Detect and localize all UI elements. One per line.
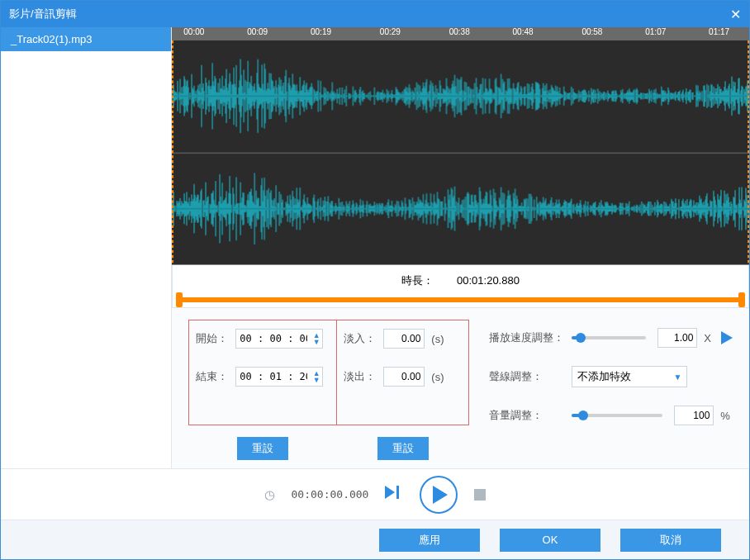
speed-label: 播放速度調整：: [489, 330, 565, 345]
time-tick: 00:09: [247, 27, 268, 36]
fade-out-row: 淡出： (s): [344, 367, 462, 387]
goto-end-icon[interactable]: [385, 486, 403, 503]
waveform-display[interactable]: [172, 40, 749, 265]
start-time-row: 開始： ▲▼: [196, 329, 330, 349]
cancel-button[interactable]: 取消: [620, 529, 721, 552]
fade-out-suffix: (s): [431, 371, 444, 383]
time-tick: 00:29: [380, 27, 401, 36]
time-tick: 00:19: [311, 27, 331, 36]
svg-marker-0: [385, 486, 395, 499]
time-tick: 00:58: [581, 27, 602, 36]
spinner-arrows-icon[interactable]: ▲▼: [311, 332, 322, 345]
reset-fade-button[interactable]: 重設: [377, 437, 429, 460]
reset-time-button[interactable]: 重設: [237, 437, 288, 460]
sound-label: 聲線調整：: [489, 369, 565, 384]
sound-effect-value: 不添加特效: [577, 369, 631, 384]
volume-label: 音量調整：: [489, 408, 565, 423]
preview-play-icon[interactable]: [721, 331, 733, 344]
effect-controls-group: 播放速度調整： X 聲線調整： 不添加特效 ▼: [469, 320, 733, 425]
volume-row: 音量調整： %: [489, 406, 733, 425]
time-tick: 00:38: [449, 27, 470, 36]
start-time-input[interactable]: [236, 331, 311, 346]
sound-effect-select[interactable]: 不添加特效 ▼: [572, 366, 687, 387]
apply-button[interactable]: 應用: [379, 529, 480, 552]
fade-out-input[interactable]: [383, 367, 425, 387]
stop-button[interactable]: [474, 489, 486, 501]
time-tick: 00:48: [513, 27, 534, 36]
duration-label: 時長：: [401, 274, 434, 287]
titlebar: 影片/音訊剪輯 ✕: [1, 1, 749, 27]
sound-effect-row: 聲線調整： 不添加特效 ▼: [489, 366, 733, 387]
speed-row: 播放速度調整： X: [489, 328, 733, 348]
end-time-spinner[interactable]: ▲▼: [235, 367, 323, 387]
speed-slider[interactable]: [572, 336, 646, 339]
close-icon[interactable]: ✕: [730, 7, 741, 22]
trim-handle-right[interactable]: [738, 292, 745, 307]
duration-value: 00:01:20.880: [457, 274, 520, 287]
trim-range-bar[interactable]: [178, 297, 743, 302]
start-label: 開始：: [196, 331, 229, 346]
trim-handle-left[interactable]: [176, 292, 183, 307]
play-icon: [433, 486, 448, 504]
timeline[interactable]: 00:00 00:09 00:19 00:29 00:38 00:48 00:5…: [172, 27, 749, 40]
duration-row: 時長： 00:01:20.880: [173, 273, 748, 288]
svg-rect-1: [396, 486, 399, 499]
controls-area: 開始： ▲▼ 結束： ▲▼: [172, 308, 749, 468]
start-time-spinner[interactable]: ▲▼: [235, 329, 323, 349]
volume-suffix: %: [720, 410, 730, 422]
time-controls-group: 開始： ▲▼ 結束： ▲▼: [188, 320, 337, 425]
speed-input[interactable]: [657, 328, 697, 348]
end-time-row: 結束： ▲▼: [196, 367, 330, 387]
volume-input[interactable]: [674, 406, 714, 425]
time-tick: 01:07: [645, 27, 666, 36]
end-time-input[interactable]: [236, 369, 311, 384]
volume-slider[interactable]: [572, 414, 662, 417]
clock-icon: ◷: [264, 487, 275, 502]
player-time: 00:00:00.000: [292, 488, 369, 501]
time-tick: 01:17: [709, 27, 729, 36]
fade-out-label: 淡出：: [344, 369, 377, 384]
chevron-down-icon: ▼: [673, 373, 681, 382]
file-sidebar: _Track02(1).mp3: [1, 27, 172, 468]
spinner-arrows-icon[interactable]: ▲▼: [311, 370, 322, 383]
main-row: _Track02(1).mp3 00:00 00:09 00:19 00:29 …: [1, 27, 749, 468]
fade-in-label: 淡入：: [344, 331, 377, 346]
fade-in-input[interactable]: [383, 329, 425, 349]
time-tick: 00:00: [183, 27, 204, 36]
fade-in-suffix: (s): [431, 333, 444, 345]
editor-window: 影片/音訊剪輯 ✕ _Track02(1).mp3 00:00 00:09 00…: [0, 0, 750, 560]
sidebar-item-file[interactable]: _Track02(1).mp3: [1, 27, 171, 51]
speed-suffix: X: [704, 332, 711, 344]
fade-controls-group: 淡入： (s) 淡出： (s): [337, 320, 469, 425]
trim-bar: 時長： 00:01:20.880: [172, 265, 749, 308]
window-title: 影片/音訊剪輯: [9, 7, 730, 21]
footer: 應用 OK 取消: [1, 520, 749, 559]
ok-button[interactable]: OK: [500, 529, 600, 552]
fade-in-row: 淡入： (s): [344, 329, 462, 349]
end-label: 結束：: [196, 369, 229, 384]
player-bar: ◷ 00:00:00.000: [1, 468, 749, 520]
play-button[interactable]: [420, 476, 458, 514]
content-area: 00:00 00:09 00:19 00:29 00:38 00:48 00:5…: [172, 27, 749, 468]
